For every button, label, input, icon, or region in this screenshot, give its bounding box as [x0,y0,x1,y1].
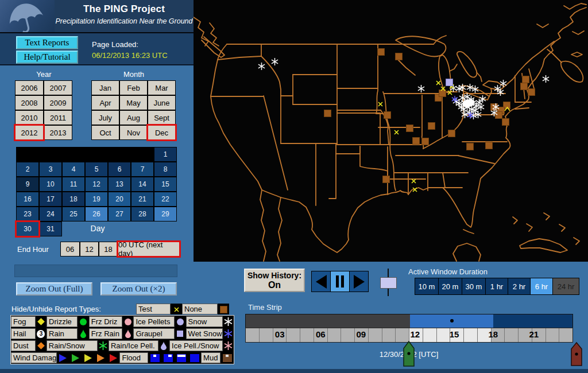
day-button-4[interactable]: 4 [62,162,85,177]
duration-button-1-hr[interactable]: 1 hr [486,278,508,294]
day-button-5[interactable]: 5 [85,162,108,177]
year-button-2009[interactable]: 2009 [44,95,72,110]
month-button-oct[interactable]: Oct [91,125,119,140]
wind-damage-triangle-icon[interactable] [95,352,107,364]
end-hour-button-12[interactable]: 12 [80,242,99,257]
test-x-icon[interactable] [171,304,182,316]
month-button-mar[interactable]: Mar [148,80,176,95]
us-map[interactable] [194,0,588,262]
time-strip-window-bar[interactable] [245,314,573,328]
year-button-2007[interactable]: 2007 [44,80,72,95]
month-button-july[interactable]: July [91,110,119,125]
legend-item-snow[interactable]: Snow [186,316,223,327]
time-window-future-segment[interactable] [493,314,572,328]
day-button-11[interactable]: 11 [62,177,85,192]
legend-item-rain[interactable]: Rain [47,328,78,339]
day-button-14[interactable]: 14 [131,177,154,192]
day-button-21[interactable]: 21 [131,192,154,207]
month-button-jan[interactable]: Jan [91,80,119,95]
text-reports-button[interactable]: Text Reports [16,36,78,49]
day-button-18[interactable]: 18 [62,192,85,207]
time-strip-cell[interactable] [463,328,477,342]
speed-slider-handle[interactable] [380,277,397,289]
day-button-31[interactable]: 31 [39,222,62,236]
duration-button-24-hr[interactable]: 24 hr [553,278,579,294]
month-button-june[interactable]: June [148,95,176,110]
drop-pink-icon[interactable] [122,328,133,340]
zoom-out-2-button[interactable]: Zoom Out (×2) [100,282,177,296]
month-button-sept[interactable]: Sept [148,110,176,125]
time-strip-cell[interactable] [246,328,259,342]
duration-button-20-m[interactable]: 20 m [439,278,462,294]
time-strip-cell[interactable] [341,328,354,342]
time-strip-cell[interactable] [395,328,409,342]
duration-button-2-hr[interactable]: 2 hr [508,278,531,294]
time-strip-cell[interactable] [327,328,341,342]
zoom-out-full-button[interactable]: Zoom Out (Full) [16,282,92,296]
drop-green-icon[interactable] [78,328,88,340]
end-hour-button-06[interactable]: 06 [60,242,80,257]
flood-square-icon[interactable] [188,352,201,364]
day-button-22[interactable]: 22 [154,192,177,207]
time-strip-cell[interactable] [504,328,518,342]
year-button-2008[interactable]: 2008 [15,95,44,110]
legend-item-mud[interactable]: Mud [201,352,220,363]
day-button-3[interactable]: 3 [39,162,62,177]
legend-item-frz-driz[interactable]: Frz Driz [89,316,122,327]
legend-item-ice-pell-snow[interactable]: Ice Pell./Snow [169,340,223,351]
flood-square-icon[interactable] [148,352,161,364]
day-button-28[interactable]: 28 [131,207,154,222]
day-button-19[interactable]: 19 [85,192,108,207]
duration-button-6-hr[interactable]: 6 hr [531,278,553,294]
square-lavender-icon[interactable] [175,328,185,340]
day-button-25[interactable]: 25 [62,207,85,222]
year-button-2012[interactable]: 2012 [15,125,44,140]
time-strip-cell[interactable] [559,328,572,342]
circle-lavender-icon[interactable] [175,316,185,328]
legend-item-dust[interactable]: Dust [11,340,36,351]
legend-item-fog[interactable]: Fog [11,316,36,327]
legend-item-rain-snow[interactable]: Rain/Snow [47,340,98,351]
year-button-2013[interactable]: 2013 [44,125,72,140]
time-strip-cell[interactable] [436,328,450,342]
asterisk-white-icon[interactable] [223,316,234,328]
year-button-2010[interactable]: 2010 [15,110,44,125]
legend-item-wind-damage[interactable]: Wind Damage [11,352,57,363]
legend-item-frz-rain[interactable]: Frz Rain [89,328,122,339]
playback-forward-button[interactable] [350,271,368,292]
diamond-yellow-icon[interactable] [36,316,47,328]
asterisk-blue-icon[interactable] [223,328,234,340]
time-strip-cell[interactable] [300,328,314,342]
hail-3-icon[interactable]: 3 [36,328,47,340]
day-button-2[interactable]: 2 [16,162,39,177]
legend-item-rain-ice-pell[interactable]: Rain/Ice Pell. [109,340,158,351]
time-strip-end-marker[interactable] [571,342,582,368]
day-button-9[interactable]: 9 [16,177,39,192]
end-hour-button-00-utc-next-day[interactable]: 00 UTC (next day) [118,242,180,257]
circle-green-icon[interactable] [78,316,88,328]
day-button-15[interactable]: 15 [154,177,177,192]
day-button-23[interactable]: 23 [16,207,39,222]
day-button-8[interactable]: 8 [154,162,177,177]
day-button-20[interactable]: 20 [108,192,131,207]
legend-item-graupel[interactable]: Graupel [133,328,175,339]
time-strip-cell[interactable] [286,328,300,342]
day-button-29[interactable]: 29 [154,207,177,222]
time-strip-cell[interactable] [546,328,559,342]
time-strip-cell[interactable] [423,328,436,342]
playback-pause-button[interactable] [331,271,350,292]
wind-damage-triangle-icon[interactable] [82,352,95,364]
month-button-aug[interactable]: Aug [119,110,148,125]
playback-back-button[interactable] [312,271,331,292]
circle-pink-icon[interactable] [122,316,133,328]
wind-damage-triangle-icon[interactable] [107,352,120,364]
wind-damage-triangle-icon[interactable] [57,352,69,364]
end-hour-button-18[interactable]: 18 [99,242,118,257]
day-button-26[interactable]: 26 [85,207,108,222]
legend-item-test[interactable]: Test [136,304,171,314]
day-button-6[interactable]: 6 [108,162,131,177]
day-button-17[interactable]: 17 [39,192,62,207]
time-strip-cell[interactable] [382,328,396,342]
asterisk-green-icon[interactable] [98,340,109,352]
year-button-2011[interactable]: 2011 [44,110,72,125]
